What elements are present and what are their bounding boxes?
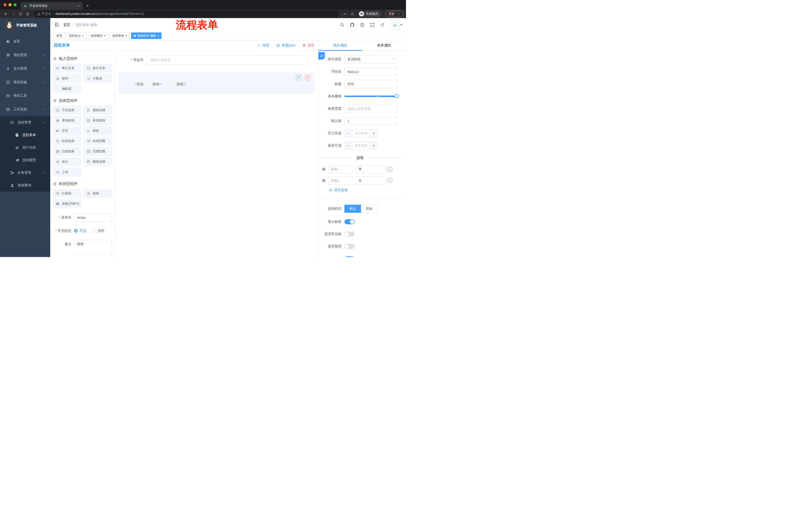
phone-input[interactable]: 请输入手机号 bbox=[146, 55, 308, 65]
decrease-button[interactable]: − bbox=[345, 142, 352, 150]
fullscreen-icon[interactable] bbox=[370, 22, 375, 27]
sidebar-item[interactable]: 请假查询 bbox=[0, 179, 50, 192]
option-style-choice[interactable]: 默认 bbox=[344, 205, 361, 213]
component-button[interactable]: 日期选择 bbox=[53, 147, 81, 156]
field-name-input[interactable] bbox=[344, 67, 398, 76]
close-icon[interactable]: × bbox=[104, 34, 106, 37]
sidebar-item[interactable]: 系统管理 ∨ bbox=[0, 48, 50, 62]
component-button[interactable]: 按钮 bbox=[83, 189, 112, 198]
component-type-select[interactable] bbox=[344, 55, 398, 63]
title-input[interactable] bbox=[344, 80, 398, 88]
option-value-input[interactable] bbox=[356, 165, 385, 173]
help-icon[interactable] bbox=[360, 22, 365, 27]
fontsize-icon[interactable] bbox=[380, 22, 385, 27]
sidebar-item[interactable]: 基础设施 ∨ bbox=[0, 76, 50, 89]
close-icon[interactable]: × bbox=[82, 34, 84, 37]
zoom-window-button[interactable] bbox=[13, 3, 17, 6]
remark-textarea[interactable]: 嘿嘿 bbox=[74, 240, 112, 255]
slider-handle[interactable] bbox=[395, 94, 399, 98]
home-button[interactable] bbox=[24, 10, 31, 17]
status-radio[interactable]: 开启 bbox=[74, 228, 86, 233]
github-icon[interactable] bbox=[350, 22, 354, 27]
close-icon[interactable]: × bbox=[157, 34, 159, 37]
delete-field-button[interactable] bbox=[304, 75, 311, 80]
component-button[interactable]: 单选框组 bbox=[53, 116, 81, 125]
component-button[interactable]: 评分 bbox=[53, 157, 81, 166]
toggle-switch[interactable] bbox=[344, 219, 354, 224]
route-tab[interactable]: 流程定义 × bbox=[66, 32, 86, 39]
close-window-button[interactable] bbox=[3, 3, 6, 6]
bookmark-star-icon[interactable] bbox=[349, 10, 355, 17]
route-tab[interactable]: 流程表单 × bbox=[110, 32, 129, 39]
avatar-caret-icon[interactable]: ▾ bbox=[401, 23, 402, 26]
option-label-input[interactable] bbox=[328, 165, 354, 173]
component-button[interactable]: 开关 bbox=[53, 126, 81, 135]
increase-button[interactable]: + bbox=[370, 142, 377, 150]
default-value-input[interactable] bbox=[344, 117, 398, 125]
sidebar-item[interactable]: 流程模型 bbox=[0, 154, 50, 166]
component-button[interactable]: 级联选择 bbox=[83, 106, 112, 115]
checkbox[interactable] bbox=[171, 82, 174, 86]
link-tag-button[interactable] bbox=[318, 52, 325, 60]
breadcrumb-home[interactable]: 首页 bbox=[63, 23, 70, 27]
add-option-button[interactable]: 添加选项 bbox=[329, 188, 348, 192]
sidebar-item[interactable]: 流程表单 bbox=[0, 129, 50, 141]
component-button[interactable]: 多行文本 bbox=[83, 64, 112, 73]
component-button[interactable]: 时间选择 bbox=[53, 137, 81, 145]
form-grid-slider[interactable] bbox=[344, 92, 398, 100]
component-button[interactable]: 日期范围 bbox=[83, 147, 112, 156]
browser-update-button[interactable]: 更新 bbox=[385, 10, 404, 17]
form-canvas[interactable]: 手机号 请输入手机号 性别 bbox=[115, 51, 318, 257]
form-name-input[interactable] bbox=[74, 213, 112, 222]
search-icon[interactable] bbox=[340, 22, 344, 27]
save-button[interactable]: 保存 bbox=[257, 43, 269, 48]
component-button[interactable]: 上传 bbox=[53, 167, 81, 177]
toggle-switch[interactable] bbox=[344, 232, 354, 237]
sidebar-item[interactable]: 首页 bbox=[0, 35, 50, 48]
sidebar-item[interactable]: ¥ 支付管理 ∨ bbox=[0, 62, 50, 76]
tab-close-icon[interactable]: × bbox=[77, 4, 80, 8]
component-button[interactable]: 单行文本 bbox=[53, 64, 81, 73]
component-button[interactable]: 编辑器 bbox=[53, 84, 81, 93]
browser-menu-icon[interactable] bbox=[397, 12, 401, 16]
close-icon[interactable]: × bbox=[125, 34, 127, 37]
props-tab[interactable]: 表单属性 bbox=[362, 40, 406, 51]
address-bar[interactable]: 不安全 dashboard.yudao.iocoder.cn/bpm/manag… bbox=[34, 10, 339, 17]
minimize-window-button[interactable] bbox=[8, 3, 11, 6]
sidebar-item[interactable]: 研发工具 ∨ bbox=[0, 89, 50, 103]
status-radio[interactable]: 关闭 bbox=[92, 228, 104, 233]
password-key-icon[interactable] bbox=[342, 10, 348, 17]
route-tab[interactable]: 流程模型 × bbox=[88, 32, 108, 39]
avatar[interactable] bbox=[390, 20, 400, 30]
component-button[interactable]: 123 计数器 bbox=[83, 74, 112, 83]
new-tab-button[interactable]: + bbox=[86, 3, 89, 8]
component-button[interactable]: 多选框组 bbox=[83, 116, 112, 125]
clear-button[interactable]: 清空 bbox=[302, 43, 315, 48]
duplicate-field-button[interactable] bbox=[296, 75, 302, 80]
gender-checkbox-option[interactable]: 选项一 bbox=[146, 82, 163, 86]
component-button[interactable]: 颜色选择 bbox=[83, 157, 112, 166]
browser-tab[interactable]: 芋道管理系统 × bbox=[21, 2, 83, 9]
remove-option-button[interactable] bbox=[387, 178, 393, 183]
component-button[interactable]: 滑块 bbox=[83, 126, 112, 135]
label-width-input[interactable] bbox=[344, 105, 398, 113]
decrease-button[interactable]: − bbox=[345, 130, 352, 137]
component-button[interactable]: 表格[开发中] bbox=[53, 199, 81, 208]
route-tab[interactable]: 流程表单-编辑 × bbox=[131, 32, 162, 39]
props-tab[interactable]: 组件属性 bbox=[318, 40, 362, 51]
sidebar-item[interactable]: 流程管理 ∧ bbox=[0, 116, 50, 129]
component-button[interactable]: 行容器 bbox=[53, 189, 81, 198]
reload-button[interactable] bbox=[17, 10, 24, 17]
toggle-switch[interactable] bbox=[344, 244, 354, 249]
drag-handle-icon[interactable] bbox=[322, 167, 326, 171]
increase-button[interactable]: + bbox=[370, 130, 377, 137]
component-button[interactable]: 时间范围 bbox=[83, 137, 112, 145]
forward-button[interactable] bbox=[10, 10, 16, 17]
option-style-choice[interactable]: 按钮 bbox=[361, 205, 377, 213]
option-label-input[interactable] bbox=[328, 177, 354, 185]
component-button[interactable]: 密码 bbox=[53, 74, 81, 83]
toggle-switch[interactable] bbox=[344, 256, 354, 257]
gender-checkbox-option[interactable]: 选项二 bbox=[171, 82, 187, 86]
route-tab[interactable]: 首页 × bbox=[54, 32, 65, 39]
component-button[interactable]: 下拉选择 bbox=[53, 106, 81, 115]
